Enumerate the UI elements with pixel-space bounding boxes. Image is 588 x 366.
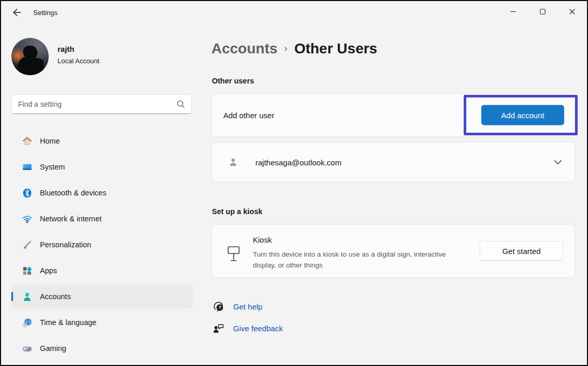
breadcrumb-separator: › (284, 43, 288, 53)
accounts-person-icon (22, 291, 33, 302)
breadcrumb: Accounts›Other Users (211, 40, 377, 57)
give-feedback-link[interactable]: Give feedback (233, 324, 283, 333)
get-started-button[interactable]: Get started (480, 241, 563, 261)
search-box (11, 94, 192, 114)
add-other-user-label: Add other user (223, 111, 274, 120)
maximize-button[interactable] (528, 1, 557, 22)
sidebar-item-home[interactable]: Home (11, 129, 193, 153)
add-other-user-card: Add other user Add account (211, 93, 575, 137)
sidebar-item-time-language[interactable]: Time & language (11, 311, 193, 334)
close-button[interactable] (557, 1, 587, 22)
get-help-link[interactable]: Get help (233, 302, 263, 311)
give-feedback-row: Give feedback (212, 322, 283, 334)
back-arrow-icon (12, 8, 21, 17)
sidebar-item-bluetooth-devices[interactable]: Bluetooth & devices (11, 181, 193, 205)
personalization-brush-icon (22, 240, 33, 250)
give-feedback-icon (212, 322, 225, 334)
system-icon (22, 162, 33, 173)
time-language-globe-icon (22, 317, 33, 328)
search-icon (177, 100, 185, 108)
sidebar-nav: Home System Bluetooth & devices Network … (11, 129, 193, 362)
page-title: Other Users (294, 40, 377, 57)
settings-window: Settings (0, 0, 588, 366)
svg-text:?: ? (218, 305, 221, 310)
account-email: rajthesaga@outlook.com (255, 158, 341, 166)
maximize-icon (540, 9, 546, 15)
back-button[interactable] (7, 5, 26, 20)
close-icon (569, 9, 575, 15)
window-controls (498, 1, 587, 22)
other-users-heading: Other users (212, 77, 254, 85)
titlebar: Settings (1, 1, 587, 24)
sidebar-item-gaming[interactable]: Gaming (11, 336, 193, 360)
user-account-type: Local Account (58, 57, 99, 65)
get-help-icon: ? (212, 301, 225, 313)
add-account-button[interactable]: Add account (481, 105, 564, 125)
user-name: rajth (58, 45, 99, 53)
apps-icon (22, 265, 33, 276)
other-user-account-row[interactable]: rajthesaga@outlook.com (211, 142, 575, 182)
sidebar-item-system[interactable]: System (11, 155, 193, 179)
breadcrumb-accounts[interactable]: Accounts (211, 40, 278, 57)
search-input[interactable] (18, 100, 177, 108)
gaming-gamepad-icon (22, 343, 33, 354)
sidebar-item-accounts[interactable]: Accounts (11, 285, 193, 308)
sidebar-item-network-internet[interactable]: Network & internet (11, 207, 193, 231)
sidebar-item-personalization[interactable]: Personalization (11, 233, 193, 257)
kiosk-icon (227, 246, 240, 262)
get-help-row: ? Get help (212, 301, 263, 313)
minimize-icon (510, 9, 516, 15)
bluetooth-icon (22, 188, 33, 199)
user-profile[interactable]: rajth Local Account (11, 38, 99, 75)
app-title: Settings (33, 9, 58, 17)
kiosk-card: Kiosk Turn this device into a kiosk to u… (211, 224, 575, 278)
home-icon (22, 136, 33, 147)
person-icon (227, 157, 239, 168)
network-wifi-icon (22, 214, 33, 224)
minimize-button[interactable] (498, 1, 528, 22)
avatar (11, 38, 49, 75)
kiosk-title: Kiosk (253, 235, 272, 244)
kiosk-heading: Set up a kiosk (212, 207, 263, 216)
chevron-down-icon[interactable] (554, 160, 562, 164)
kiosk-description: Turn this device into a kiosk to use as … (253, 249, 460, 271)
sidebar-item-apps[interactable]: Apps (11, 259, 193, 283)
